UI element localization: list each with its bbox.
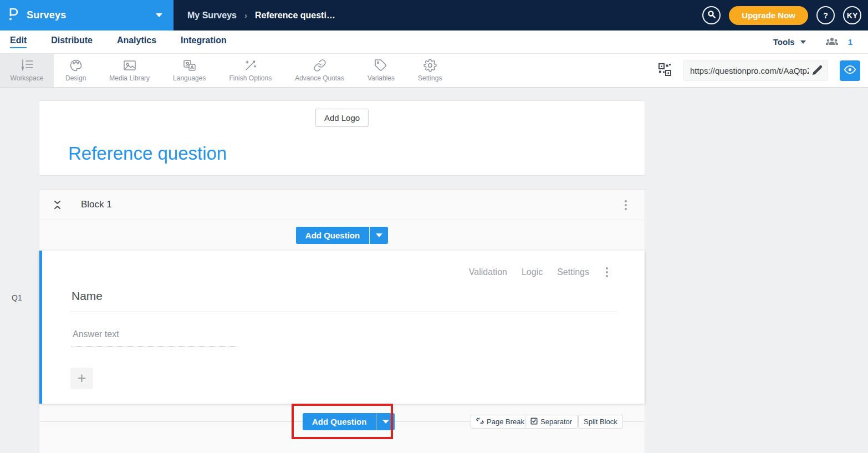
tab-integration[interactable]: Integration [181,35,227,48]
gear-icon [423,59,437,72]
toolbar-item-label: Advance Quotas [295,74,344,82]
toolbar-item-workspace[interactable]: Workspace [0,54,54,87]
search-button[interactable] [702,6,721,24]
app-switcher[interactable]: Surveys [0,0,173,30]
primary-nav: Edit Distribute Analytics Integration To… [0,30,868,54]
survey-toolbar: Workspace Design Media Library [0,54,868,88]
question-number-label: Q1 [12,293,22,302]
image-icon [122,59,137,72]
collaborators-count: 1 [848,37,852,47]
collaborators-icon[interactable] [825,36,839,48]
toolbar-item-languages[interactable]: Languages [161,54,217,87]
tools-dropdown[interactable]: Tools [773,37,795,47]
page-break-button[interactable]: Page Break [471,415,530,429]
add-question-dropdown-bottom[interactable] [376,413,395,430]
logic-link[interactable]: Logic [522,267,543,277]
add-question-split-button: Add Question [296,227,388,244]
answer-text-field[interactable] [72,329,236,347]
avatar[interactable]: KY [843,6,861,24]
wand-icon [243,59,258,72]
survey-url-input[interactable] [683,60,828,81]
question-card[interactable]: Validation Logic Settings Name + [39,251,645,404]
chevron-down-icon [376,233,382,237]
collapse-block-icon[interactable] [53,200,62,210]
add-question-split-button-bottom: Add Question [303,413,395,430]
validation-link[interactable]: Validation [469,267,507,277]
toolbar-item-media-library[interactable]: Media Library [98,54,161,87]
breadcrumb-separator-icon: › [244,11,247,20]
tab-distribute[interactable]: Distribute [51,35,93,48]
add-question-dropdown[interactable] [370,227,388,244]
split-block-button[interactable]: Split Block [578,415,623,429]
toolbar-item-label: Workspace [11,74,44,82]
upgrade-now-button[interactable]: Upgrade Now [729,6,808,25]
toolbar-item-design[interactable]: Design [54,54,98,87]
toolbar-item-label: Languages [173,74,206,82]
block-header: Block 1 [39,190,645,220]
toolbar-item-label: Settings [418,74,442,82]
split-block-label: Split Block [584,418,617,426]
translate-icon [182,59,197,72]
separator-label: Separator [540,418,572,426]
tab-edit[interactable]: Edit [10,35,27,48]
toolbar-right-group [658,54,868,87]
breadcrumb: My Surveys › Reference questi… [187,11,335,21]
add-logo-button[interactable]: Add Logo [315,109,369,127]
add-row-button[interactable]: + [70,368,93,389]
survey-url-group [683,60,828,81]
toolbar-item-label: Finish Options [229,74,272,82]
workspace-icon [20,59,34,72]
question-underline [70,312,617,312]
edit-url-icon[interactable] [811,64,823,78]
questionpro-logo-icon [8,7,20,24]
block-title[interactable]: Block 1 [81,199,112,210]
block-menu-icon[interactable] [622,198,629,212]
toolbar-item-label: Design [65,74,86,82]
block-card: Block 1 Add Question Validation Logic Se… [39,189,645,453]
toolbar-item-settings[interactable]: Settings [406,54,453,87]
eye-icon [844,65,856,76]
broken-link-icon [476,417,484,426]
header-actions: Upgrade Now ? KY [702,6,868,25]
top-bar: Surveys My Surveys › Reference questi… U… [0,0,868,30]
link-icon [313,59,327,72]
add-question-button[interactable]: Add Question [296,227,369,244]
search-icon [707,10,716,21]
breadcrumb-survey-name[interactable]: Reference questi… [255,11,335,21]
tab-analytics[interactable]: Analytics [117,35,156,48]
survey-title[interactable]: Reference question [68,143,227,164]
qr-code-icon[interactable] [658,63,671,78]
checkbox-checked-icon [530,418,538,426]
toolbar-item-label: Media Library [109,74,150,82]
separator-button[interactable]: Separator [525,415,578,429]
add-question-button-bottom[interactable]: Add Question [303,413,376,430]
settings-link[interactable]: Settings [557,267,589,277]
palette-icon [69,59,83,72]
breadcrumb-my-surveys[interactable]: My Surveys [187,11,237,21]
toolbar-item-variables[interactable]: Variables [356,54,406,87]
chevron-down-icon [156,13,162,17]
toolbar-item-label: Variables [367,74,395,82]
toolbar-item-finish-options[interactable]: Finish Options [217,54,283,87]
nav-right-group: Tools 1 [773,36,852,48]
survey-canvas: Q1 Add Logo Reference question Block 1 A… [0,88,868,453]
app-title: Surveys [27,9,66,21]
add-question-row-top: Add Question [39,220,645,250]
chevron-down-icon[interactable] [800,40,806,44]
question-menu-icon[interactable] [604,265,610,279]
chevron-down-icon [382,420,389,424]
toolbar-item-advance-quotas[interactable]: Advance Quotas [283,54,356,87]
question-text[interactable]: Name [72,289,103,303]
tag-icon [374,59,388,72]
question-meta-links: Validation Logic Settings [469,265,610,279]
page-break-label: Page Break [487,418,524,426]
preview-button[interactable] [840,60,860,81]
help-button[interactable]: ? [816,6,835,24]
survey-header-card: Add Logo Reference question [39,100,645,176]
